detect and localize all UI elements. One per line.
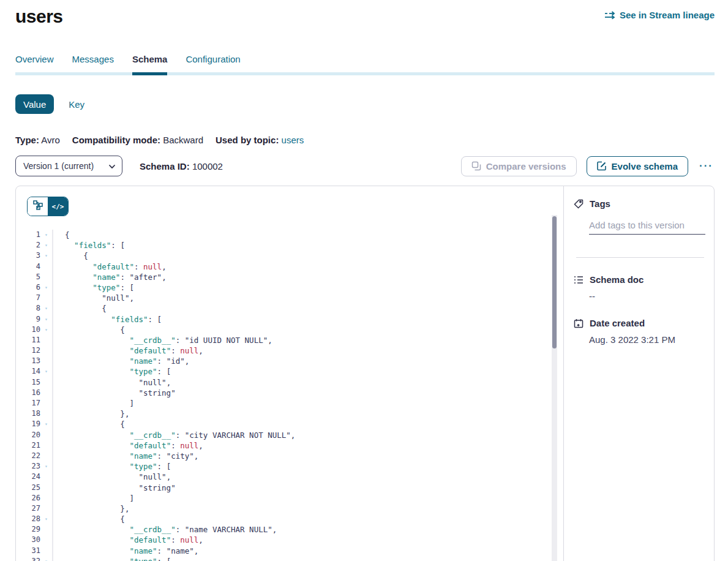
tab-bar: Overview Messages Schema Configuration (15, 54, 715, 75)
tree-view-button[interactable] (28, 197, 48, 216)
tags-heading-label: Tags (590, 198, 610, 209)
evolve-schema-icon (597, 161, 607, 171)
code-text: "__crdb__": "city VARCHAR NOT NULL", (52, 430, 295, 440)
tab-overview[interactable]: Overview (15, 54, 54, 72)
tab-configuration[interactable]: Configuration (186, 54, 240, 72)
version-select[interactable]: Version 1 (current) (15, 156, 122, 176)
compatibility-mode-value: Backward (163, 135, 203, 145)
fold-toggle-icon[interactable]: ▾ (40, 514, 52, 524)
more-actions-button[interactable]: ··· (698, 160, 715, 172)
add-tags-input[interactable] (589, 218, 705, 235)
key-toggle-link[interactable]: Key (69, 99, 84, 110)
compare-versions-icon (471, 161, 481, 171)
code-line: 14▾ "type": [ (16, 366, 563, 377)
fold-toggle-icon[interactable]: ▾ (40, 556, 52, 561)
code-line: 24 "null", (16, 472, 563, 482)
code-text: { (52, 230, 70, 240)
date-created-heading: Date created (574, 318, 704, 328)
fold-toggle-icon[interactable]: ▾ (40, 250, 52, 261)
line-number: 12 (16, 345, 40, 356)
line-number: 18 (16, 409, 40, 419)
schema-meta-row: Type: Avro Compatibility mode: Backward … (15, 135, 715, 145)
code-line: 9▾ "fields": [ (16, 314, 563, 325)
code-line: 2▾ "fields": [ (16, 240, 563, 250)
fold-toggle-icon[interactable]: ▾ (40, 303, 52, 314)
fold-toggle-icon[interactable]: ▾ (40, 325, 52, 335)
code-text: "name": "name", (52, 546, 198, 556)
fold-toggle-icon[interactable]: ▾ (40, 240, 52, 250)
code-text: ] (52, 398, 134, 409)
code-text: "string" (52, 388, 176, 398)
line-number: 2 (16, 240, 40, 250)
stream-lineage-link[interactable]: See in Stream lineage (605, 10, 715, 20)
fold-toggle-icon[interactable]: ▾ (40, 314, 52, 325)
code-line: 27 }, (16, 503, 563, 514)
code-editor[interactable]: 1▾ {2▾ "fields": [3▾ {4 "default": null,… (16, 230, 563, 561)
code-text: { (52, 325, 125, 335)
page-title: users (15, 6, 63, 27)
code-text: { (52, 419, 125, 429)
line-number: 26 (16, 493, 40, 503)
schema-doc-value: -- (589, 291, 704, 301)
fold-toggle-icon[interactable]: ▾ (40, 230, 52, 240)
tab-schema[interactable]: Schema (132, 54, 168, 72)
code-text: "default": null, (52, 345, 203, 356)
code-line: 1▾ { (16, 230, 563, 240)
fold-toggle-icon[interactable]: ▾ (40, 282, 52, 293)
line-number: 3 (16, 250, 40, 261)
line-number: 21 (16, 440, 40, 451)
code-line: 17 ] (16, 398, 563, 409)
scrollbar-thumb[interactable] (552, 216, 557, 348)
used-by-topic-label: Used by topic: (216, 135, 279, 145)
code-line: 29 "__crdb__": "name VARCHAR NULL", (16, 524, 563, 535)
code-line: 32▾ "type": [ (16, 556, 563, 561)
code-text: }, (52, 409, 129, 419)
scrollbar-track[interactable] (552, 215, 557, 561)
compare-versions-button[interactable]: Compare versions (461, 156, 577, 176)
line-number: 15 (16, 377, 40, 388)
code-line: 23▾ "type": [ (16, 461, 563, 472)
fold-toggle-icon[interactable]: ▾ (40, 419, 52, 429)
code-line: 25 "string" (16, 483, 563, 493)
line-number: 5 (16, 272, 40, 282)
code-text: "type": [ (52, 282, 134, 293)
evolve-schema-button[interactable]: Evolve schema (587, 156, 688, 176)
line-number: 19 (16, 419, 40, 429)
line-number: 6 (16, 282, 40, 293)
schema-type-value: Avro (41, 135, 60, 145)
date-created-heading-label: Date created (590, 318, 645, 328)
schema-doc-heading: Schema doc (574, 274, 704, 285)
sidebar-divider (576, 257, 704, 258)
code-line: 6▾ "type": [ (16, 282, 563, 293)
fold-toggle-icon[interactable]: ▾ (40, 366, 52, 377)
code-line: 26 ] (16, 493, 563, 503)
code-text: "type": [ (52, 556, 171, 561)
code-line: 20 "__crdb__": "city VARCHAR NOT NULL", (16, 430, 563, 440)
date-created-value: Aug. 3 2022 3:21 PM (589, 334, 704, 345)
code-text: "fields": [ (52, 240, 125, 250)
code-text: "name": "city", (52, 451, 198, 461)
stream-lineage-label: See in Stream lineage (620, 10, 715, 20)
tag-icon (574, 199, 584, 209)
code-text: ] (52, 493, 134, 503)
tab-messages[interactable]: Messages (72, 54, 114, 72)
line-number: 28 (16, 514, 40, 524)
code-line: 21 "default": null, (16, 440, 563, 451)
code-line: 31 "name": "name", (16, 546, 563, 556)
used-by-topic: Used by topic: users (216, 135, 304, 145)
code-text: "name": "id", (52, 356, 189, 366)
line-number: 22 (16, 451, 40, 461)
code-view-button[interactable]: </> (48, 197, 68, 216)
code-line: 19▾ { (16, 419, 563, 429)
code-line: 12 "default": null, (16, 345, 563, 356)
topic-link[interactable]: users (282, 135, 304, 145)
code-text: "default": null, (52, 535, 203, 545)
code-line: 10▾ { (16, 325, 563, 335)
line-number: 11 (16, 335, 40, 345)
value-toggle-button[interactable]: Value (15, 94, 54, 114)
schema-page: users See in Stream lineage Overview Mes… (0, 0, 728, 561)
code-text: "default": null, (52, 440, 203, 451)
line-number: 29 (16, 524, 40, 535)
fold-toggle-icon[interactable]: ▾ (40, 461, 52, 472)
line-number: 23 (16, 461, 40, 472)
